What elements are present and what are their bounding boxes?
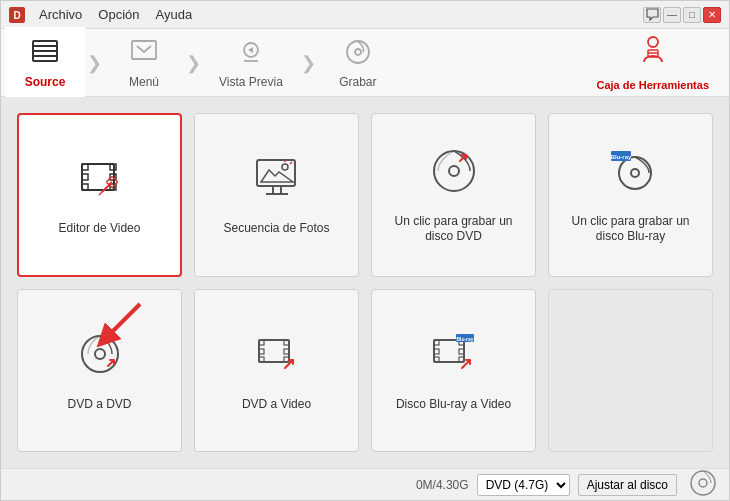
main-content: Editor de Video Secuencia (1, 97, 729, 468)
title-bar: D Archivo Opción Ayuda — □ ✕ (1, 1, 729, 29)
toolbox-button[interactable]: Caja de Herramientas (581, 29, 726, 96)
arrow-2: ❯ (184, 52, 203, 74)
status-bar: 0M/4.30G DVD (4.7G) Ajustar al disco (1, 468, 729, 500)
burn-label: Grabar (339, 75, 376, 89)
card-dvd-video[interactable]: DVD a Video (194, 289, 359, 453)
arrow-1: ❯ (85, 52, 104, 74)
close-button[interactable]: ✕ (703, 7, 721, 23)
preview-icon (236, 37, 266, 71)
toolbar-preview[interactable]: Vista Previa (203, 29, 299, 97)
arrow-3: ❯ (299, 52, 318, 74)
svg-line-30 (290, 162, 292, 164)
video-editor-label: Editor de Video (59, 221, 141, 237)
photo-seq-label: Secuencia de Fotos (223, 221, 329, 237)
toolbar: Source ❯ Menú ❯ (1, 29, 729, 97)
svg-point-28 (282, 164, 288, 170)
minimize-button[interactable]: — (663, 7, 681, 23)
toolbar-menu[interactable]: Menú (104, 29, 184, 97)
card-photo-seq[interactable]: Secuencia de Fotos (194, 113, 359, 277)
menu-bar: Archivo Opción Ayuda (33, 5, 198, 24)
progress-text: 0M/4.30G (416, 478, 469, 492)
svg-point-32 (449, 166, 459, 176)
bluray-burn-icon: Blu-ray (605, 145, 657, 204)
svg-point-34 (631, 169, 639, 177)
dvd-burn-label: Un clic para grabar un disco DVD (380, 214, 527, 245)
svg-point-9 (347, 41, 369, 63)
toolbox-label: Caja de Herramientas (597, 79, 710, 91)
menu-label: Menú (129, 75, 159, 89)
card-dvd-burn[interactable]: Un clic para grabar un disco DVD (371, 113, 536, 277)
card-bluray-burn[interactable]: Blu-ray Un clic para grabar un disco Blu… (548, 113, 713, 277)
svg-point-33 (619, 157, 651, 189)
menu-icon (129, 37, 159, 71)
menu-archivo[interactable]: Archivo (33, 5, 88, 24)
adjust-button[interactable]: Ajustar al disco (578, 474, 677, 496)
toolbox-icon (636, 34, 670, 75)
svg-point-10 (355, 49, 361, 55)
dvd-burn-icon (428, 145, 480, 204)
dvd-video-label: DVD a Video (242, 397, 311, 413)
card-video-editor[interactable]: Editor de Video (17, 113, 182, 277)
bluray-burn-label: Un clic para grabar un disco Blu-ray (557, 214, 704, 245)
card-dvd-dvd[interactable]: DVD a DVD (17, 289, 182, 453)
toolbar-burn[interactable]: Grabar (318, 29, 398, 97)
app-icon: D (9, 7, 25, 23)
app-window: D Archivo Opción Ayuda — □ ✕ (0, 0, 730, 501)
card-bluray-video[interactable]: Blu-ray Disco Blu-ray a Video (371, 289, 536, 453)
menu-ayuda[interactable]: Ayuda (150, 5, 199, 24)
source-icon (29, 35, 61, 71)
svg-text:Blu-ray: Blu-ray (610, 154, 631, 160)
photo-seq-icon (251, 152, 303, 211)
dvd-video-icon (251, 328, 303, 387)
svg-point-57 (699, 479, 707, 487)
chat-button[interactable] (643, 7, 661, 23)
dvd-dvd-icon (74, 328, 126, 387)
svg-line-22 (99, 192, 102, 195)
dvd-dvd-label: DVD a DVD (67, 397, 131, 413)
preview-label: Vista Previa (219, 75, 283, 89)
maximize-button[interactable]: □ (683, 7, 701, 23)
bluray-video-label: Disco Blu-ray a Video (396, 397, 511, 413)
source-label: Source (25, 75, 66, 89)
title-bar-left: D Archivo Opción Ayuda (9, 5, 198, 24)
dvd-select[interactable]: DVD (4.7G) (477, 474, 570, 496)
svg-point-11 (648, 37, 658, 47)
disc-icon (689, 469, 717, 501)
svg-rect-6 (132, 41, 156, 59)
burn-icon (343, 37, 373, 71)
svg-text:Blu-ray: Blu-ray (456, 335, 473, 341)
menu-opcion[interactable]: Opción (92, 5, 145, 24)
svg-point-38 (95, 349, 105, 359)
svg-point-31 (434, 151, 474, 191)
video-editor-icon (74, 152, 126, 211)
toolbar-items: Source ❯ Menú ❯ (5, 29, 581, 96)
svg-text:D: D (13, 10, 20, 21)
card-empty (548, 289, 713, 453)
bluray-video-icon: Blu-ray (428, 328, 480, 387)
window-controls: — □ ✕ (643, 7, 721, 23)
toolbar-source[interactable]: Source (5, 27, 85, 99)
